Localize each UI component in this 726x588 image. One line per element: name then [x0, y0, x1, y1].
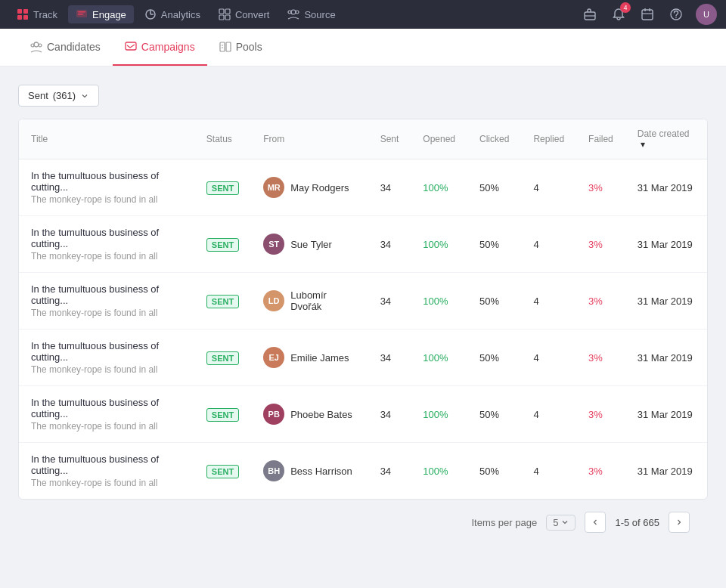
failed-value: 3%: [588, 239, 603, 250]
cell-opened: 100%: [411, 443, 467, 500]
from-cell: ST Sue Tyler: [263, 234, 355, 255]
from-avatar: BH: [263, 460, 284, 481]
nav-track-label: Track: [33, 9, 57, 20]
table-row[interactable]: In the tumultuous business of cutting...…: [19, 330, 707, 386]
table-row[interactable]: In the tumultuous business of cutting...…: [19, 386, 707, 443]
from-avatar: EJ: [263, 347, 284, 368]
svg-rect-3: [23, 15, 28, 20]
svg-rect-2: [17, 15, 22, 20]
failed-value: 3%: [588, 466, 603, 477]
nav-source-label: Source: [304, 9, 335, 20]
col-from: From: [251, 119, 368, 159]
cell-from: MR May Rodgers: [251, 159, 368, 216]
page-range-info: 1-5 of 665: [615, 517, 659, 528]
svg-rect-5: [78, 11, 85, 13]
source-icon: [287, 8, 299, 20]
cell-title: In the tumultuous business of cutting...…: [19, 386, 194, 443]
svg-point-24: [31, 44, 34, 47]
cell-sent: 34: [368, 273, 411, 330]
cell-title: In the tumultuous business of cutting...…: [19, 330, 194, 386]
nav-item-convert[interactable]: Convert: [211, 5, 278, 23]
cell-title: In the tumultuous business of cutting...…: [19, 159, 194, 216]
nav-item-source[interactable]: Source: [280, 5, 343, 23]
nav-convert-label: Convert: [235, 9, 270, 20]
col-clicked: Clicked: [467, 119, 521, 159]
sent-filter-button[interactable]: Sent (361): [18, 85, 99, 107]
table-row[interactable]: In the tumultuous business of cutting...…: [19, 216, 707, 273]
next-arrow-icon: [675, 518, 683, 526]
svg-rect-28: [226, 42, 231, 51]
cell-sent: 34: [368, 443, 411, 500]
prev-page-button[interactable]: [585, 512, 606, 533]
cell-failed: 3%: [576, 216, 625, 273]
table-row[interactable]: In the tumultuous business of cutting...…: [19, 273, 707, 330]
cell-date: 31 Mar 2019: [625, 386, 707, 443]
campaigns-table-container: Title Status From Sent Opened Clicked Re…: [18, 119, 708, 500]
cell-clicked: 50%: [467, 216, 521, 273]
cell-replied: 4: [521, 443, 576, 500]
cell-from: ST Sue Tyler: [251, 216, 368, 273]
campaign-title: In the tumultuous business of cutting...: [31, 340, 182, 363]
subnav-item-pools[interactable]: Pools: [207, 29, 275, 66]
calendar-icon-btn[interactable]: [638, 5, 656, 23]
campaign-title: In the tumultuous business of cutting...: [31, 227, 182, 249]
col-replied: Replied: [521, 119, 576, 159]
main-content: Sent (361) Title Status From Sent Opened…: [0, 67, 726, 563]
svg-point-25: [39, 44, 42, 47]
subnav-item-candidates[interactable]: Candidates: [18, 29, 113, 66]
svg-rect-26: [126, 42, 136, 50]
svg-point-12: [291, 10, 296, 14]
cell-title: In the tumultuous business of cutting...…: [19, 443, 194, 500]
help-icon-btn[interactable]: [667, 5, 685, 23]
subnav-item-campaigns[interactable]: Campaigns: [113, 29, 207, 66]
svg-point-23: [34, 42, 39, 47]
cell-date: 31 Mar 2019: [625, 443, 707, 500]
failed-value: 3%: [588, 182, 603, 193]
from-avatar: ST: [263, 234, 284, 255]
failed-value: 3%: [588, 296, 603, 307]
cell-status: SENT: [194, 273, 251, 330]
table-row[interactable]: In the tumultuous business of cutting...…: [19, 443, 707, 500]
table-row[interactable]: In the tumultuous business of cutting...…: [19, 159, 707, 216]
cell-clicked: 50%: [467, 386, 521, 443]
cell-replied: 4: [521, 159, 576, 216]
per-page-selector[interactable]: 5: [546, 515, 576, 531]
from-name: Lubomír Dvořák: [290, 289, 355, 312]
col-date-created[interactable]: Date created ▾: [625, 119, 707, 159]
cell-failed: 3%: [576, 159, 625, 216]
from-name: Bess Harrison: [290, 466, 352, 477]
cell-failed: 3%: [576, 330, 625, 386]
subnav-campaigns-label: Campaigns: [141, 41, 195, 53]
failed-value: 3%: [588, 409, 603, 420]
cell-opened: 100%: [411, 386, 467, 443]
next-page-button[interactable]: [669, 512, 690, 533]
col-status: Status: [194, 119, 251, 159]
user-avatar[interactable]: U: [696, 4, 717, 25]
svg-rect-8: [219, 9, 224, 14]
campaign-title: In the tumultuous business of cutting...: [31, 453, 182, 476]
cell-opened: 100%: [411, 273, 467, 330]
opened-value: 100%: [423, 239, 448, 250]
cell-from: LD Lubomír Dvořák: [251, 273, 368, 330]
convert-icon: [219, 8, 231, 20]
cell-status: SENT: [194, 443, 251, 500]
campaign-title: In the tumultuous business of cutting...: [31, 397, 182, 419]
track-icon: [17, 8, 29, 20]
from-avatar: LD: [263, 290, 284, 311]
svg-rect-9: [225, 9, 230, 14]
svg-rect-1: [23, 9, 28, 14]
svg-rect-11: [225, 15, 230, 20]
nav-items-left: Track Engage Analytics: [9, 5, 343, 23]
svg-point-22: [675, 17, 677, 19]
cell-clicked: 50%: [467, 273, 521, 330]
top-navigation: Track Engage Analytics: [0, 0, 726, 29]
nav-item-analytics[interactable]: Analytics: [137, 5, 208, 23]
svg-rect-0: [17, 9, 22, 14]
notification-icon-btn[interactable]: 4: [610, 5, 628, 23]
nav-item-track[interactable]: Track: [9, 5, 65, 23]
nav-item-engage[interactable]: Engage: [68, 5, 134, 23]
filter-bar: Sent (361): [18, 85, 708, 107]
briefcase-icon-btn[interactable]: [581, 5, 599, 23]
opened-value: 100%: [423, 409, 448, 420]
col-opened: Opened: [411, 119, 467, 159]
